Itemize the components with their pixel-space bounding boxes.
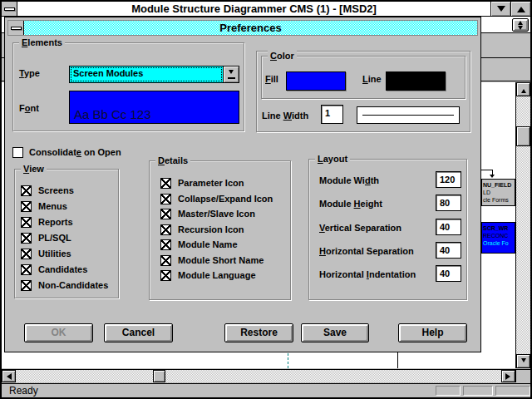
- details-label-module-language: Module Language: [178, 270, 256, 281]
- scroll-left-button[interactable]: [2, 370, 16, 382]
- type-combobox[interactable]: Screen Modules: [69, 66, 239, 83]
- main-titlebar[interactable]: Module Structure Diagrammer CMS (1) - [M…: [2, 2, 530, 17]
- line-width-input[interactable]: 1: [321, 105, 343, 124]
- details-label-module-name: Module Name: [178, 239, 238, 250]
- view-checkbox-candidates[interactable]: [21, 264, 32, 275]
- status-panel: [463, 386, 493, 396]
- font-sample-text: Aa Bb Cc 123: [74, 107, 151, 121]
- scroll-down-icon: [521, 358, 526, 365]
- vertical-scrollbar[interactable]: [515, 82, 530, 368]
- vertical-scroll-thumb[interactable]: [516, 126, 530, 146]
- view-checkbox-screens[interactable]: [21, 185, 32, 196]
- restore-button[interactable]: Restore: [224, 323, 293, 342]
- view-group-label: View: [21, 164, 47, 175]
- details-checkbox-parameter-icon[interactable]: [160, 178, 171, 189]
- maximize-icon: [517, 2, 525, 12]
- scrollbar-corner: [515, 369, 530, 382]
- save-button[interactable]: Save: [301, 323, 369, 342]
- details-checkbox-master-slave-icon[interactable]: [160, 209, 171, 219]
- dialog-system-menu-button[interactable]: [8, 21, 24, 35]
- view-label-candidates: Candidates: [38, 264, 87, 275]
- consolidate-label: Consolidate on Open: [29, 147, 121, 158]
- main-window-title: Module Structure Diagrammer CMS (1) - [M…: [17, 2, 490, 16]
- module-line: NU_FIELD: [483, 181, 515, 189]
- minimize-button[interactable]: [490, 2, 510, 16]
- dialog-system-menu-icon: [11, 27, 22, 30]
- view-checkbox-plsql[interactable]: [21, 233, 32, 244]
- line-width-preview: [357, 106, 460, 124]
- view-label-reports: Reports: [38, 217, 73, 228]
- help-button-label: Help: [421, 327, 443, 338]
- vertical-separation-label: Vertical Separation: [319, 223, 401, 234]
- scroll-right-icon: [505, 373, 514, 380]
- view-label-utilities: Utilities: [38, 249, 71, 259]
- details-label-parameter-icon: Parameter Icon: [178, 178, 244, 189]
- status-panel: [436, 386, 461, 396]
- ok-button[interactable]: OK: [24, 323, 93, 342]
- details-checkbox-module-short-name[interactable]: [160, 255, 171, 266]
- diagram-module-node[interactable]: NU_FIELD LD cle Forms: [481, 179, 515, 206]
- scroll-up-button[interactable]: [516, 82, 530, 96]
- module-width-label: Module Width: [319, 175, 379, 186]
- elements-group-label: Elements: [19, 37, 65, 48]
- view-label-screens: Screens: [38, 185, 74, 196]
- details-label-module-short-name: Module Short Name: [178, 255, 264, 266]
- dialog-title: Preferences: [24, 21, 477, 35]
- scroll-left-icon: [3, 373, 12, 380]
- module-line: LD: [483, 189, 515, 196]
- help-button[interactable]: Help: [398, 323, 467, 342]
- scroll-right-button[interactable]: [501, 370, 515, 382]
- horizontal-separation-label: Horizontal Separation: [319, 246, 414, 257]
- consolidate-checkbox[interactable]: [12, 147, 23, 158]
- font-preview-box[interactable]: Aa Bb Cc 123: [69, 91, 239, 124]
- horizontal-separation-input[interactable]: 40: [436, 242, 461, 259]
- details-label-master-slave-icon: Master/Slave Icon: [178, 209, 255, 219]
- child-restore-button[interactable]: [512, 18, 529, 32]
- view-label-non-candidates: Non-Candidates: [38, 280, 108, 291]
- horizontal-scrollbar[interactable]: [2, 369, 515, 382]
- minimize-icon: [497, 6, 505, 16]
- type-combobox-value[interactable]: Screen Modules: [69, 66, 224, 83]
- scroll-down-button[interactable]: [516, 354, 530, 368]
- details-checkbox-module-language[interactable]: [160, 270, 171, 281]
- main-window: Module Structure Diagrammer CMS (1) - [M…: [0, 0, 532, 399]
- view-label-plsql: PL/SQL: [38, 233, 71, 244]
- fill-color-swatch[interactable]: [286, 71, 346, 91]
- vertical-separation-input[interactable]: 40: [436, 219, 461, 235]
- line-sample-stroke: [362, 115, 454, 116]
- restore-button-label: Restore: [240, 327, 278, 338]
- fill-label: Fill: [265, 74, 278, 85]
- scroll-up-icon: [521, 86, 526, 93]
- horizontal-indentation-input[interactable]: 40: [436, 265, 461, 282]
- view-checkbox-menus[interactable]: [21, 201, 32, 212]
- cancel-button[interactable]: Cancel: [104, 323, 173, 342]
- view-label-menus: Menus: [38, 201, 67, 212]
- horizontal-indentation-label: Horizontal Indentation: [319, 269, 416, 280]
- combo-arrow-bar-icon: [228, 77, 235, 79]
- type-label: Type: [19, 68, 40, 79]
- ok-button-label: OK: [52, 327, 66, 338]
- system-menu-button[interactable]: [2, 2, 17, 16]
- restore-up-icon: [518, 18, 523, 25]
- diagram-module-node-selected[interactable]: SCR_WR RECONC Oracle Fo: [481, 222, 515, 254]
- dialog-titlebar[interactable]: Preferences: [7, 20, 478, 36]
- details-label-collapse-expand-icon: Collapse/Expand Icon: [178, 194, 273, 204]
- line-color-swatch[interactable]: [386, 71, 446, 91]
- view-checkbox-non-candidates[interactable]: [21, 280, 32, 291]
- horizontal-scroll-thumb[interactable]: [153, 370, 165, 382]
- type-combobox-dropdown-button[interactable]: [224, 66, 239, 83]
- view-checkbox-utilities[interactable]: [21, 249, 32, 259]
- module-height-input[interactable]: 80: [436, 195, 461, 211]
- connector-line: [481, 170, 493, 170]
- font-label: Font: [19, 103, 39, 114]
- details-label-recursion-icon: Recursion Icon: [178, 224, 244, 235]
- restore-down-icon: [518, 26, 523, 32]
- module-width-input[interactable]: 120: [436, 171, 461, 188]
- layout-group-label: Layout: [315, 154, 350, 165]
- maximize-button[interactable]: [510, 2, 530, 16]
- status-bar: Ready: [2, 383, 530, 397]
- details-checkbox-collapse-expand-icon[interactable]: [160, 194, 171, 204]
- view-checkbox-reports[interactable]: [21, 217, 32, 228]
- details-checkbox-recursion-icon[interactable]: [160, 224, 171, 235]
- details-checkbox-module-name[interactable]: [160, 239, 171, 250]
